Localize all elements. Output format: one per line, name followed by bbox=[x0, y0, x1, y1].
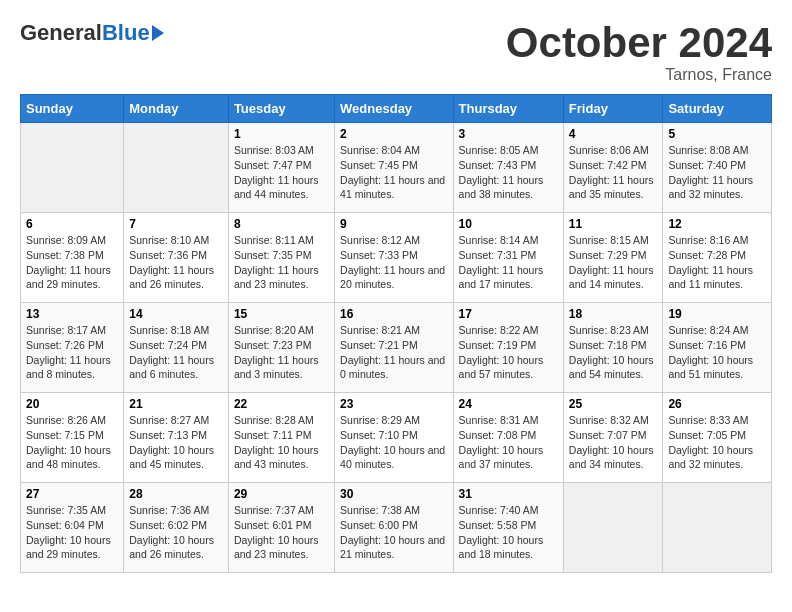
logo: General Blue bbox=[20, 20, 164, 46]
calendar-cell: 25Sunrise: 8:32 AM Sunset: 7:07 PM Dayli… bbox=[563, 393, 663, 483]
day-number: 20 bbox=[26, 397, 118, 411]
calendar-cell: 17Sunrise: 8:22 AM Sunset: 7:19 PM Dayli… bbox=[453, 303, 563, 393]
day-number: 16 bbox=[340, 307, 447, 321]
weekday-header-tuesday: Tuesday bbox=[228, 95, 334, 123]
page-header: General Blue October 2024 Tarnos, France bbox=[20, 20, 772, 84]
day-info: Sunrise: 8:03 AM Sunset: 7:47 PM Dayligh… bbox=[234, 143, 329, 202]
day-number: 24 bbox=[459, 397, 558, 411]
day-info: Sunrise: 8:20 AM Sunset: 7:23 PM Dayligh… bbox=[234, 323, 329, 382]
day-info: Sunrise: 8:22 AM Sunset: 7:19 PM Dayligh… bbox=[459, 323, 558, 382]
day-info: Sunrise: 8:18 AM Sunset: 7:24 PM Dayligh… bbox=[129, 323, 223, 382]
day-number: 26 bbox=[668, 397, 766, 411]
calendar-header: SundayMondayTuesdayWednesdayThursdayFrid… bbox=[21, 95, 772, 123]
calendar-cell: 16Sunrise: 8:21 AM Sunset: 7:21 PM Dayli… bbox=[335, 303, 453, 393]
calendar-cell: 10Sunrise: 8:14 AM Sunset: 7:31 PM Dayli… bbox=[453, 213, 563, 303]
calendar-cell: 11Sunrise: 8:15 AM Sunset: 7:29 PM Dayli… bbox=[563, 213, 663, 303]
calendar-cell: 28Sunrise: 7:36 AM Sunset: 6:02 PM Dayli… bbox=[124, 483, 229, 573]
day-info: Sunrise: 8:23 AM Sunset: 7:18 PM Dayligh… bbox=[569, 323, 658, 382]
day-info: Sunrise: 7:38 AM Sunset: 6:00 PM Dayligh… bbox=[340, 503, 447, 562]
day-number: 25 bbox=[569, 397, 658, 411]
calendar-cell: 24Sunrise: 8:31 AM Sunset: 7:08 PM Dayli… bbox=[453, 393, 563, 483]
calendar-cell: 7Sunrise: 8:10 AM Sunset: 7:36 PM Daylig… bbox=[124, 213, 229, 303]
day-info: Sunrise: 7:35 AM Sunset: 6:04 PM Dayligh… bbox=[26, 503, 118, 562]
day-number: 21 bbox=[129, 397, 223, 411]
day-number: 8 bbox=[234, 217, 329, 231]
day-info: Sunrise: 8:06 AM Sunset: 7:42 PM Dayligh… bbox=[569, 143, 658, 202]
day-number: 31 bbox=[459, 487, 558, 501]
day-number: 13 bbox=[26, 307, 118, 321]
day-info: Sunrise: 8:17 AM Sunset: 7:26 PM Dayligh… bbox=[26, 323, 118, 382]
day-number: 3 bbox=[459, 127, 558, 141]
day-number: 22 bbox=[234, 397, 329, 411]
day-info: Sunrise: 8:31 AM Sunset: 7:08 PM Dayligh… bbox=[459, 413, 558, 472]
day-info: Sunrise: 8:04 AM Sunset: 7:45 PM Dayligh… bbox=[340, 143, 447, 202]
calendar-week-row: 6Sunrise: 8:09 AM Sunset: 7:38 PM Daylig… bbox=[21, 213, 772, 303]
day-info: Sunrise: 8:28 AM Sunset: 7:11 PM Dayligh… bbox=[234, 413, 329, 472]
calendar-cell: 13Sunrise: 8:17 AM Sunset: 7:26 PM Dayli… bbox=[21, 303, 124, 393]
calendar-cell: 18Sunrise: 8:23 AM Sunset: 7:18 PM Dayli… bbox=[563, 303, 663, 393]
day-number: 17 bbox=[459, 307, 558, 321]
calendar-cell: 20Sunrise: 8:26 AM Sunset: 7:15 PM Dayli… bbox=[21, 393, 124, 483]
calendar-cell bbox=[21, 123, 124, 213]
calendar-cell: 29Sunrise: 7:37 AM Sunset: 6:01 PM Dayli… bbox=[228, 483, 334, 573]
calendar-week-row: 13Sunrise: 8:17 AM Sunset: 7:26 PM Dayli… bbox=[21, 303, 772, 393]
calendar-week-row: 27Sunrise: 7:35 AM Sunset: 6:04 PM Dayli… bbox=[21, 483, 772, 573]
calendar-cell: 26Sunrise: 8:33 AM Sunset: 7:05 PM Dayli… bbox=[663, 393, 772, 483]
day-number: 28 bbox=[129, 487, 223, 501]
calendar-cell: 2Sunrise: 8:04 AM Sunset: 7:45 PM Daylig… bbox=[335, 123, 453, 213]
calendar-table: SundayMondayTuesdayWednesdayThursdayFrid… bbox=[20, 94, 772, 573]
day-number: 18 bbox=[569, 307, 658, 321]
day-info: Sunrise: 8:27 AM Sunset: 7:13 PM Dayligh… bbox=[129, 413, 223, 472]
calendar-cell: 22Sunrise: 8:28 AM Sunset: 7:11 PM Dayli… bbox=[228, 393, 334, 483]
weekday-header-wednesday: Wednesday bbox=[335, 95, 453, 123]
weekday-header-friday: Friday bbox=[563, 95, 663, 123]
day-number: 4 bbox=[569, 127, 658, 141]
day-number: 9 bbox=[340, 217, 447, 231]
day-number: 14 bbox=[129, 307, 223, 321]
calendar-cell: 27Sunrise: 7:35 AM Sunset: 6:04 PM Dayli… bbox=[21, 483, 124, 573]
calendar-body: 1Sunrise: 8:03 AM Sunset: 7:47 PM Daylig… bbox=[21, 123, 772, 573]
day-info: Sunrise: 7:36 AM Sunset: 6:02 PM Dayligh… bbox=[129, 503, 223, 562]
day-number: 29 bbox=[234, 487, 329, 501]
day-number: 6 bbox=[26, 217, 118, 231]
day-info: Sunrise: 7:37 AM Sunset: 6:01 PM Dayligh… bbox=[234, 503, 329, 562]
day-number: 23 bbox=[340, 397, 447, 411]
calendar-cell bbox=[124, 123, 229, 213]
day-info: Sunrise: 8:10 AM Sunset: 7:36 PM Dayligh… bbox=[129, 233, 223, 292]
day-info: Sunrise: 8:16 AM Sunset: 7:28 PM Dayligh… bbox=[668, 233, 766, 292]
day-number: 11 bbox=[569, 217, 658, 231]
month-title: October 2024 bbox=[506, 20, 772, 66]
logo-blue-text: Blue bbox=[102, 20, 150, 46]
day-info: Sunrise: 8:11 AM Sunset: 7:35 PM Dayligh… bbox=[234, 233, 329, 292]
day-number: 10 bbox=[459, 217, 558, 231]
weekday-header-sunday: Sunday bbox=[21, 95, 124, 123]
day-number: 30 bbox=[340, 487, 447, 501]
calendar-cell: 30Sunrise: 7:38 AM Sunset: 6:00 PM Dayli… bbox=[335, 483, 453, 573]
calendar-week-row: 1Sunrise: 8:03 AM Sunset: 7:47 PM Daylig… bbox=[21, 123, 772, 213]
logo-arrow-icon bbox=[152, 25, 164, 41]
weekday-header-thursday: Thursday bbox=[453, 95, 563, 123]
calendar-cell: 15Sunrise: 8:20 AM Sunset: 7:23 PM Dayli… bbox=[228, 303, 334, 393]
calendar-cell: 3Sunrise: 8:05 AM Sunset: 7:43 PM Daylig… bbox=[453, 123, 563, 213]
day-info: Sunrise: 8:15 AM Sunset: 7:29 PM Dayligh… bbox=[569, 233, 658, 292]
day-info: Sunrise: 8:09 AM Sunset: 7:38 PM Dayligh… bbox=[26, 233, 118, 292]
title-area: October 2024 Tarnos, France bbox=[506, 20, 772, 84]
day-info: Sunrise: 8:29 AM Sunset: 7:10 PM Dayligh… bbox=[340, 413, 447, 472]
day-info: Sunrise: 8:12 AM Sunset: 7:33 PM Dayligh… bbox=[340, 233, 447, 292]
location-subtitle: Tarnos, France bbox=[506, 66, 772, 84]
calendar-cell: 5Sunrise: 8:08 AM Sunset: 7:40 PM Daylig… bbox=[663, 123, 772, 213]
calendar-cell: 1Sunrise: 8:03 AM Sunset: 7:47 PM Daylig… bbox=[228, 123, 334, 213]
day-number: 19 bbox=[668, 307, 766, 321]
day-info: Sunrise: 8:33 AM Sunset: 7:05 PM Dayligh… bbox=[668, 413, 766, 472]
day-info: Sunrise: 8:21 AM Sunset: 7:21 PM Dayligh… bbox=[340, 323, 447, 382]
calendar-cell: 4Sunrise: 8:06 AM Sunset: 7:42 PM Daylig… bbox=[563, 123, 663, 213]
calendar-cell: 23Sunrise: 8:29 AM Sunset: 7:10 PM Dayli… bbox=[335, 393, 453, 483]
day-info: Sunrise: 8:32 AM Sunset: 7:07 PM Dayligh… bbox=[569, 413, 658, 472]
calendar-cell: 14Sunrise: 8:18 AM Sunset: 7:24 PM Dayli… bbox=[124, 303, 229, 393]
calendar-week-row: 20Sunrise: 8:26 AM Sunset: 7:15 PM Dayli… bbox=[21, 393, 772, 483]
weekday-header-saturday: Saturday bbox=[663, 95, 772, 123]
day-number: 27 bbox=[26, 487, 118, 501]
calendar-cell bbox=[563, 483, 663, 573]
day-number: 5 bbox=[668, 127, 766, 141]
calendar-cell: 12Sunrise: 8:16 AM Sunset: 7:28 PM Dayli… bbox=[663, 213, 772, 303]
